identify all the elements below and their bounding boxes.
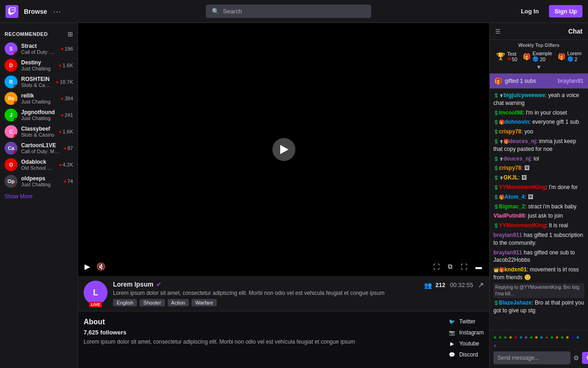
- social-link-instagram[interactable]: 📷Instagram: [448, 329, 484, 336]
- msg-content: 🖼: [524, 165, 530, 171]
- sidebar-item-stract[interactable]: S Stract Call of Duty: Modern... ● 196: [0, 40, 78, 57]
- msg-username[interactable]: deuces_nj: [509, 138, 536, 144]
- emote-button-14[interactable]: ●: [566, 334, 569, 340]
- social-link-twitter[interactable]: 🐦Twitter: [448, 318, 484, 325]
- tag-action[interactable]: Action: [168, 299, 189, 306]
- grid-icon[interactable]: ⊞: [68, 30, 73, 38]
- sidebar-header: Recommended ⊞: [0, 28, 78, 40]
- sidebar-item-oldpeeps[interactable]: Op oldpeeps Just Chatting ● 74: [0, 173, 78, 190]
- msg-icon: 💲: [493, 93, 499, 98]
- login-button[interactable]: Log In: [516, 5, 543, 17]
- emote-button-16[interactable]: ●: [576, 334, 579, 340]
- msg-username[interactable]: kndxn01: [504, 266, 527, 273]
- tag-shooter[interactable]: Shooter: [140, 299, 165, 306]
- show-more-link[interactable]: Show More: [0, 190, 78, 203]
- emote-button-13[interactable]: ●: [560, 334, 564, 340]
- chat-input-area: ●●●●●●●●●●●●●●●●●● ⚙ Chat: [490, 330, 588, 368]
- social-link-discord[interactable]: 💬Discord: [448, 351, 484, 358]
- emote-button-3[interactable]: ●: [509, 334, 512, 340]
- msg-username[interactable]: crispy78: [499, 128, 521, 135]
- signup-button[interactable]: Sign Up: [549, 5, 582, 17]
- sidebar-item-destiny[interactable]: D Destiny Just Chatting ● 1.6K: [0, 57, 78, 74]
- emote-button-11[interactable]: ●: [550, 334, 554, 340]
- more-options-icon[interactable]: ⋯: [53, 6, 61, 17]
- emote-button-9[interactable]: ●: [540, 334, 543, 340]
- tag-english[interactable]: English: [113, 299, 137, 306]
- sidebar-game: Call of Duty: Modern...: [21, 49, 57, 55]
- sidebar-item-roshtein[interactable]: R ROSHTEIN Slots & Casino ● 18.7K: [0, 74, 78, 90]
- emote-button-1[interactable]: ●: [498, 334, 502, 340]
- emote-button-7[interactable]: ●: [530, 334, 533, 340]
- video-player[interactable]: ▶ 🔇 ⛶ ⧉ ⛶ ▬: [78, 23, 489, 276]
- msg-username[interactable]: bigjuicyweewee: [503, 92, 545, 98]
- emote-button-15[interactable]: ●: [571, 334, 574, 340]
- share-button[interactable]: ↗: [478, 281, 484, 289]
- chat-input-row: ⚙ Chat: [493, 351, 584, 364]
- msg-username[interactable]: crispy78: [499, 165, 521, 171]
- live-dot: [14, 85, 17, 88]
- tag-warfare[interactable]: Warfare: [192, 299, 217, 306]
- msg-username[interactable]: braylan911: [493, 249, 522, 256]
- sidebar-item-jpgnotfound[interactable]: J Jpgnotfound Just Chatting ● 241: [0, 107, 78, 123]
- chat-send-button[interactable]: Chat: [582, 352, 588, 364]
- discord-label: Discord: [459, 351, 478, 358]
- sidebar-item-odablock[interactable]: O Odablock Old School RuneS... ● 4.2K: [0, 156, 78, 173]
- chat-header: ☰ Chat: [490, 23, 588, 40]
- emote-button-6[interactable]: ●: [525, 334, 528, 340]
- msg-username[interactable]: VladPutin86: [493, 213, 525, 219]
- browse-link[interactable]: Browse: [24, 8, 47, 15]
- group-icon[interactable]: 👥: [424, 282, 432, 289]
- sidebar-viewers: ● 4.2K: [59, 162, 73, 167]
- emote-button-12[interactable]: ●: [555, 334, 559, 340]
- twitch-logo[interactable]: [6, 5, 18, 18]
- gifters-expand-icon[interactable]: ▼: [493, 64, 584, 70]
- fullscreen-icon[interactable]: ⛶: [459, 261, 469, 272]
- live-dot: [14, 151, 17, 155]
- msg-username[interactable]: BlazeJahaze: [499, 299, 531, 306]
- chat-menu-icon[interactable]: ☰: [495, 28, 501, 35]
- chat-settings-button[interactable]: ⚙: [573, 354, 579, 362]
- msg-username[interactable]: lmcool98: [499, 109, 523, 116]
- play-control-button[interactable]: ▶: [84, 261, 91, 272]
- msg-icon: 💲: [493, 166, 499, 171]
- sidebar-item-classybeef[interactable]: C Classybeef Slots & Casino ● 1.6K: [0, 123, 78, 140]
- msg-username[interactable]: dohnovin: [504, 119, 529, 125]
- emote-button-4[interactable]: ●: [514, 334, 517, 340]
- msg-username[interactable]: Bigmac_2: [499, 203, 525, 210]
- msg-username[interactable]: Atom_4: [504, 194, 525, 200]
- emote-button-0[interactable]: ●: [493, 334, 497, 340]
- msg-username[interactable]: deuces_nj: [503, 155, 531, 162]
- sidebar-info: Destiny Just Chatting: [21, 59, 55, 71]
- main-layout: Recommended ⊞ S Stract Call of Duty: Mod…: [0, 23, 588, 368]
- top-nav: Browse ⋯ 🔍 Search Log In Sign Up: [0, 0, 588, 23]
- sidebar-info: Stract Call of Duty: Modern...: [21, 43, 57, 55]
- emote-button-10[interactable]: ●: [545, 334, 548, 340]
- emote-button-5[interactable]: ●: [519, 334, 522, 340]
- chat-input[interactable]: [493, 351, 571, 364]
- emote-button-8[interactable]: ●: [535, 334, 538, 340]
- social-link-youtube[interactable]: ▶Youtube: [448, 340, 484, 347]
- emote-button-2[interactable]: ●: [504, 334, 507, 340]
- sidebar-info: Classybeef Slots & Casino: [21, 126, 55, 138]
- search-placeholder: Search: [223, 8, 242, 15]
- gifters-row: 🏆 Test ❤ 50 🎁 Example 🔵 20 🎁: [493, 51, 584, 62]
- msg-icon: 🗡: [499, 93, 503, 98]
- chat-messages: 💲🗡bigjuicyweewee: yeah a voice chat warn…: [490, 89, 588, 330]
- more-settings-icon[interactable]: ▬: [474, 261, 484, 272]
- sidebar-item-rellik[interactable]: Re rellik Just Chatting ● 384: [0, 90, 78, 107]
- search-box[interactable]: 🔍 Search: [206, 5, 371, 18]
- pip-icon[interactable]: ⧉: [446, 261, 454, 272]
- sidebar-item-cartoonl1ve[interactable]: Ca CartoonL1VE Call of Duty: Modern... ●…: [0, 140, 78, 156]
- msg-icon: 🗡: [499, 139, 503, 144]
- msg-username[interactable]: GKJL: [503, 174, 518, 181]
- msg-username[interactable]: braylan911: [493, 232, 522, 238]
- sidebar-name: oldpeeps: [21, 175, 60, 182]
- theater-mode-icon[interactable]: ⛶: [431, 261, 441, 272]
- chat-message: braylan911 has gifted 1 subscription to …: [493, 231, 584, 247]
- sidebar-viewers: ● 1.6K: [59, 129, 73, 134]
- emote-button-17[interactable]: ●: [493, 342, 497, 349]
- play-button[interactable]: [272, 138, 295, 161]
- msg-username[interactable]: YYMovementKing: [499, 222, 546, 229]
- mute-button[interactable]: 🔇: [96, 261, 107, 272]
- msg-username[interactable]: YYMovementKing: [499, 184, 546, 190]
